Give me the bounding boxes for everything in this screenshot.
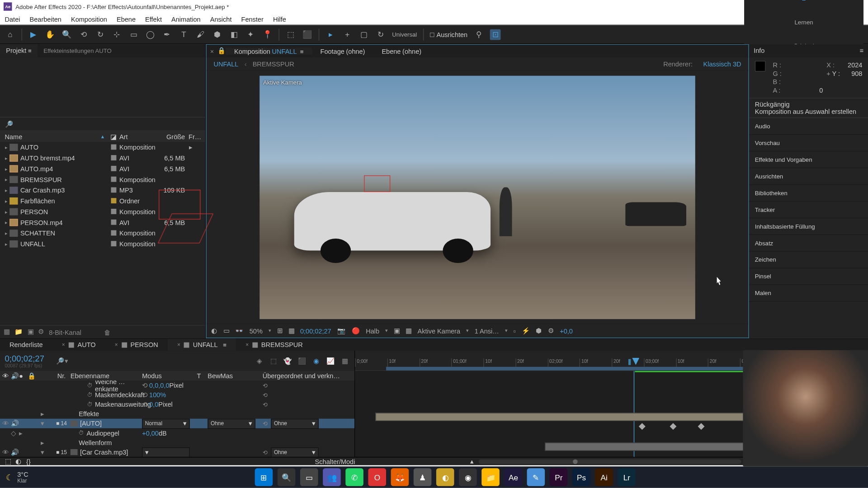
tab-project[interactable]: Projekt ≡ — [0, 44, 38, 57]
toggle-modes-icon[interactable]: ◐ — [15, 457, 21, 465]
project-item[interactable]: ▸BREMSSPURKomposition — [0, 174, 205, 185]
eraser-tool[interactable]: ◧ — [229, 29, 240, 40]
panel-tracker[interactable]: Tracker — [749, 202, 868, 218]
lock-icon[interactable]: 🔒 — [217, 47, 226, 55]
timeline-tab-unfall[interactable]: ×UNFALL ≡ — [168, 339, 236, 351]
views-select[interactable]: 1 Ansi… — [475, 327, 499, 334]
channels-icon[interactable]: 🔴 — [352, 327, 360, 334]
snap-refresh-icon[interactable]: ↻ — [375, 29, 386, 40]
taskbar-ps[interactable]: Ps — [572, 468, 590, 486]
mask-icon[interactable]: ▭ — [223, 327, 229, 334]
interpret-icon[interactable]: ▦ — [4, 328, 9, 336]
timeline-row[interactable]: ⏱Maskendeckkraft⟲ 100% ⟲ — [0, 390, 354, 399]
text-tool[interactable]: T — [179, 29, 189, 40]
taskbar-opera[interactable]: O — [368, 468, 387, 486]
menu-animation[interactable]: Animation — [171, 15, 201, 23]
timeline-row[interactable]: 👁🔊▾■ 15[Car Crash.mp3]▾⟲Ohne▾ — [0, 447, 354, 457]
taskbar-app3[interactable]: ✎ — [527, 468, 545, 486]
align-toggle[interactable]: ☐ Ausrichten — [429, 31, 467, 38]
col-fps[interactable]: Fr… — [185, 133, 203, 140]
graph-icon[interactable]: 📈 — [326, 356, 335, 366]
workspace-learn[interactable]: Lernen — [794, 19, 813, 26]
taskbar-app2[interactable]: ◐ — [436, 468, 454, 486]
panel-zeichen[interactable]: Zeichen — [749, 252, 868, 268]
weather-widget[interactable]: ☾ 3°CKlar — [6, 470, 28, 483]
menu-layer[interactable]: Ebene — [117, 15, 136, 23]
timeline-row[interactable]: ◇▸⏱Audiopegel+0,00 dB — [0, 428, 354, 438]
3d-icon[interactable]: ⬢ — [536, 327, 542, 334]
pin-tool[interactable]: 📍 — [262, 29, 273, 40]
taskbar-explorer[interactable]: 📁 — [482, 468, 500, 486]
taskbar-ai[interactable]: Ai — [595, 468, 613, 486]
menu-composition[interactable]: Komposition — [71, 15, 107, 23]
tab-effect-settings[interactable]: Effekteinstellungen AUTO — [38, 44, 118, 57]
zoom-tool[interactable]: 🔍 — [61, 29, 72, 40]
panel-absatz[interactable]: Absatz — [749, 235, 868, 252]
rect-tool[interactable]: ▭ — [128, 29, 139, 40]
tab-footage[interactable]: Footage (ohne) — [312, 47, 373, 55]
tab-layer[interactable]: Ebene (ohne) — [373, 47, 430, 55]
panel-pinsel[interactable]: Pinsel — [749, 268, 868, 285]
anchor-tool[interactable]: ⊹ — [112, 29, 123, 40]
render-icon[interactable]: ⚙ — [548, 327, 554, 334]
switch-modes-button[interactable]: Schalter/Modi — [315, 458, 355, 465]
zoom-slider[interactable] — [479, 459, 741, 464]
col-label[interactable]: ◪ — [108, 133, 119, 141]
taskbar-teams[interactable]: 👥 — [323, 468, 341, 486]
keyframe[interactable] — [639, 423, 646, 430]
timeline-rows[interactable]: ⏱Weiche …enkante⟲ 0,0,0,0 Pixel⟲⏱Maskend… — [0, 380, 354, 457]
timeline-search-icon[interactable]: 🔎▾ — [56, 357, 68, 365]
comp-mini-icon[interactable]: ◈ — [254, 356, 264, 366]
pixel-icon[interactable]: ▫ — [513, 327, 515, 334]
col-type[interactable]: Art — [119, 133, 155, 140]
ellipse-tool[interactable]: ◯ — [145, 29, 156, 40]
menu-view[interactable]: Ansicht — [210, 15, 232, 23]
timeline-tab-person[interactable]: ×PERSON — [105, 339, 168, 351]
snap-add-icon[interactable]: + — [342, 29, 353, 40]
panel-ausrichten[interactable]: Ausrichten — [749, 168, 868, 185]
axis-world-icon[interactable]: ⬛ — [302, 29, 313, 40]
zoom-value[interactable]: 50% — [250, 327, 263, 334]
transparency-icon[interactable]: ▦ — [406, 327, 411, 334]
menu-file[interactable]: Datei — [5, 15, 20, 23]
workspace-menu-icon[interactable]: ≡ — [802, 0, 806, 2]
taskbar-app1[interactable]: ♟ — [414, 468, 432, 486]
timeline-row[interactable]: ▸Wellenform — [0, 438, 354, 447]
col-name[interactable]: Name▲ — [0, 133, 108, 140]
panel-effekte-und-vorgaben[interactable]: Effekte und Vorgaben — [749, 151, 868, 168]
camera-select[interactable]: Aktive Kamera — [418, 327, 460, 334]
motionblur-icon[interactable]: ◉ — [311, 356, 321, 366]
new-folder-icon[interactable]: 📁 — [14, 328, 23, 336]
settings-icon[interactable]: ⚙ — [38, 328, 44, 336]
keyframe[interactable] — [698, 423, 705, 430]
taskbar-firefox[interactable]: 🦊 — [391, 468, 409, 486]
timeline-tab-auto[interactable]: ×AUTO — [52, 339, 105, 351]
current-time[interactable]: 0;00;02;27 — [5, 353, 44, 363]
toggle-switches-icon[interactable]: ⬚ — [5, 457, 11, 465]
taskbar-whatsapp[interactable]: ✆ — [346, 468, 364, 486]
roi-icon[interactable]: ▣ — [394, 327, 400, 334]
fast-icon[interactable]: ⚡ — [522, 327, 530, 334]
taskbar-start[interactable]: ⊞ — [255, 468, 273, 486]
snap-vertex-icon[interactable]: ▸ — [325, 29, 336, 40]
taskbar-pr[interactable]: Pr — [550, 468, 568, 486]
bit-depth[interactable]: 8-Bit-Kanal — [49, 328, 81, 336]
snap-box-icon[interactable]: ▢ — [359, 29, 369, 40]
menu-window[interactable]: Fenster — [241, 15, 264, 23]
panel-malen[interactable]: Malen — [749, 285, 868, 302]
menu-edit[interactable]: Bearbeiten — [30, 15, 61, 23]
eye-col-icon[interactable]: 👁 — [2, 372, 8, 380]
track-point[interactable] — [364, 175, 390, 192]
snap-grid-icon[interactable]: ⊡ — [490, 29, 501, 40]
pen-tool[interactable]: ✒ — [162, 29, 173, 40]
toggle-in-icon[interactable]: {} — [26, 458, 31, 465]
composition-viewer[interactable]: Aktive Kamera — [206, 70, 749, 324]
grid-icon[interactable]: ⊞ — [277, 327, 283, 334]
panel-inhaltsbasierte-füllung[interactable]: Inhaltsbasierte Füllung — [749, 218, 868, 235]
shy-icon[interactable]: 👻 — [283, 356, 292, 366]
resolution-select[interactable]: Halb — [366, 327, 379, 334]
guides-icon[interactable]: ▦ — [288, 327, 294, 334]
menu-effect[interactable]: Effekt — [145, 15, 162, 23]
zoom-out-icon[interactable]: ▴ — [470, 457, 474, 465]
project-search[interactable]: 🔎 — [0, 117, 205, 131]
